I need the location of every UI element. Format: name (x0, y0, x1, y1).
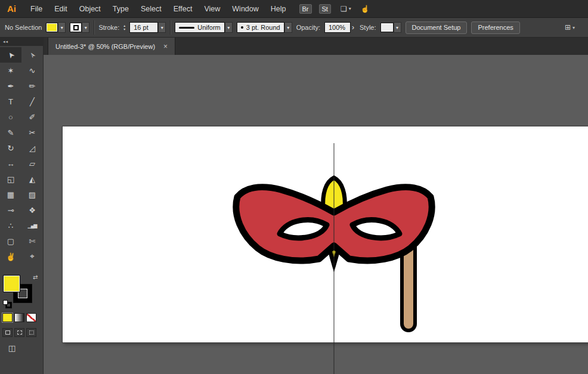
fill-color-control[interactable]: ▾ (46, 22, 66, 33)
perspective-grid-tool[interactable]: ◭ (21, 171, 43, 187)
artboard-tool[interactable]: ▢ (0, 233, 21, 249)
type-tool[interactable]: T (0, 94, 21, 109)
stroke-weight-dropdown-button[interactable]: ▾ (158, 22, 166, 33)
gradient-fill-button[interactable] (14, 313, 24, 322)
column-graph-tool[interactable]: ▁▄▆ (21, 218, 43, 233)
stroke-weight-label[interactable]: Stroke: (98, 24, 119, 31)
control-bar: No Selection ▾ ▾ Stroke: ▴ ▾ 16 pt ▾ Uni… (0, 18, 588, 38)
collapse-panel-icon[interactable]: ◂◂ (3, 39, 8, 44)
document-setup-button[interactable]: Document Setup (406, 21, 468, 34)
menu-select[interactable]: Select (135, 5, 168, 13)
app-logo[interactable]: Ai (0, 4, 24, 14)
menu-window[interactable]: Window (226, 5, 264, 13)
ellipse-tool[interactable]: ○ (0, 109, 21, 125)
menu-object[interactable]: Object (73, 5, 107, 13)
panel-options-control[interactable]: ⊞ ▾ (565, 23, 575, 32)
tools-panel: ◂◂ ➤ ➢ ✶ ∿ ✒ ✏ T ╱ ○ ✐ ✎ ✂ ↻ ◿ ↔ ▱ ◱ ◭ ▦… (0, 38, 44, 374)
brush-definition-field[interactable]: 3 pt. Round (237, 22, 284, 33)
hand-tool[interactable]: ✌ (0, 249, 21, 264)
mesh-tool[interactable]: ▦ (0, 187, 21, 202)
fill-dropdown-button[interactable]: ▾ (58, 22, 66, 33)
scissors-tool[interactable]: ✂ (21, 125, 43, 140)
style-dropdown-button[interactable]: ▾ (394, 22, 401, 33)
color-fill-button[interactable] (2, 313, 13, 322)
paintbrush-tool[interactable]: ✐ (21, 109, 43, 125)
shape-builder-tool[interactable]: ◱ (0, 171, 21, 187)
curvature-tool[interactable]: ✏ (21, 78, 43, 94)
opacity-control[interactable]: 100% › (324, 22, 355, 33)
chevron-down-icon: ▾ (287, 25, 289, 30)
bridge-button[interactable]: Br (299, 4, 312, 14)
fill-color-swatch[interactable] (46, 23, 58, 32)
workspace-switcher[interactable]: ❏ ▾ (341, 5, 351, 13)
pen-tool[interactable]: ✒ (0, 78, 21, 94)
hand-gesture-icon: ☝ (361, 5, 370, 13)
line-segment-tool[interactable]: ╱ (21, 94, 43, 109)
menu-type[interactable]: Type (107, 5, 135, 13)
mask-left-eye-shape[interactable] (280, 220, 327, 238)
menu-edit[interactable]: Edit (48, 5, 73, 13)
stroke-color-swatch[interactable] (70, 23, 82, 32)
style-control[interactable]: ▾ (380, 22, 401, 33)
document-tab[interactable]: Untitled-3* @ 50% (RGB/Preview) × (48, 38, 175, 55)
menu-effect[interactable]: Effect (168, 5, 199, 13)
width-profile-field[interactable]: Uniform (175, 22, 225, 33)
direct-selection-tool[interactable]: ➢ (21, 47, 43, 63)
stroke-dropdown-button[interactable]: ▾ (82, 22, 89, 33)
stroke-weight-field[interactable]: 16 pt (129, 22, 158, 33)
chevron-down-icon: ▾ (227, 25, 230, 30)
none-fill-button[interactable] (26, 313, 36, 322)
swap-fill-stroke-icon[interactable]: ⇄ (33, 274, 38, 280)
fill-color-indicator[interactable] (3, 275, 20, 292)
stroke-weight-stepper[interactable]: ▴ ▾ (123, 24, 125, 31)
eyedropper-tool[interactable]: ⊸ (0, 202, 21, 218)
symbol-sprayer-tool[interactable]: ∴ (0, 218, 21, 233)
gradient-tool[interactable]: ▨ (21, 187, 43, 202)
menu-bar: Ai File Edit Object Type Select Effect V… (0, 0, 588, 18)
scale-tool[interactable]: ◿ (21, 140, 43, 156)
draw-behind-icon (17, 330, 22, 335)
draw-normal-icon (5, 330, 10, 335)
style-label[interactable]: Style: (360, 24, 376, 31)
pencil-tool[interactable]: ✎ (0, 125, 21, 140)
free-transform-tool[interactable]: ▱ (21, 156, 43, 171)
menu-file[interactable]: File (24, 5, 48, 13)
canvas-pane[interactable] (44, 55, 588, 374)
opacity-submenu-arrow-icon[interactable]: › (351, 23, 355, 32)
brush-definition-dropdown-button[interactable]: ▾ (284, 22, 292, 33)
draw-inside-button[interactable] (26, 328, 36, 337)
menu-help[interactable]: Help (265, 5, 292, 13)
draw-normal-button[interactable] (2, 328, 13, 337)
rotate-tool[interactable]: ↻ (0, 140, 21, 156)
stepper-down-icon[interactable]: ▾ (123, 27, 125, 31)
tools-panel-header[interactable]: ◂◂ (0, 38, 43, 46)
blend-tool[interactable]: ❖ (21, 202, 43, 218)
brush-definition-control[interactable]: 3 pt. Round ▾ (237, 22, 292, 33)
width-profile-dropdown-button[interactable]: ▾ (225, 22, 233, 33)
stroke-weight-control[interactable]: 16 pt ▾ (129, 22, 166, 33)
stock-button[interactable]: St (319, 4, 331, 14)
close-icon[interactable]: × (163, 42, 168, 51)
opacity-label[interactable]: Opacity: (296, 24, 320, 31)
touch-gesture-button[interactable]: ☝ (361, 5, 370, 13)
zoom-tool[interactable]: ⌖ (21, 249, 43, 264)
opacity-field[interactable]: 100% (324, 22, 351, 33)
mask-right-eye-shape[interactable] (352, 220, 400, 238)
chevron-down-icon: ▾ (396, 25, 398, 30)
draw-behind-button[interactable] (14, 328, 24, 337)
menu-view[interactable]: View (198, 5, 226, 13)
width-tool[interactable]: ↔ (0, 156, 21, 171)
fill-stroke-widget: ⇄ (2, 274, 42, 308)
preferences-button[interactable]: Preferences (471, 21, 519, 34)
lasso-tool[interactable]: ∿ (21, 63, 43, 78)
screen-mode-button[interactable]: ◫ (5, 342, 19, 353)
magic-wand-tool[interactable]: ✶ (0, 63, 21, 78)
default-fill-stroke-button[interactable] (3, 300, 12, 308)
slice-tool[interactable]: ✄ (21, 233, 43, 249)
brush-definition-value: 3 pt. Round (246, 24, 280, 31)
width-profile-control[interactable]: Uniform ▾ (175, 22, 233, 33)
stroke-color-control[interactable]: ▾ (70, 22, 89, 33)
style-swatch[interactable] (380, 23, 394, 32)
selection-tool-icon: ➤ (5, 50, 17, 60)
selection-tool[interactable]: ➤ (0, 47, 21, 63)
